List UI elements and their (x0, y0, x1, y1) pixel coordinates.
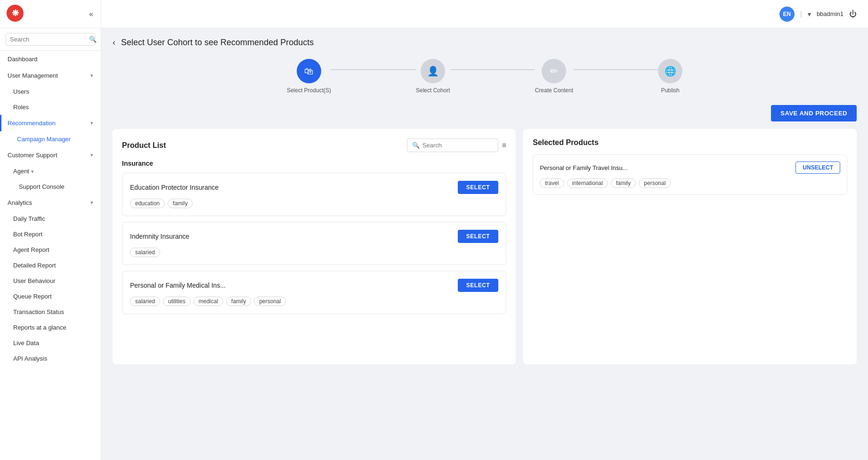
search-icon: 🔍 (412, 142, 420, 149)
sidebar-item-analytics[interactable]: Analytics ▾ (0, 194, 101, 211)
language-badge[interactable]: EN (779, 7, 795, 22)
product-card: Indemnity Insurance SELECT salaried (122, 222, 506, 265)
sidebar-item-recommendation[interactable]: Recommendation ▾ (0, 115, 101, 131)
sidebar-item-api-analysis[interactable]: API Analysis (0, 351, 101, 366)
tag: personal (639, 178, 671, 188)
sidebar-item-label: Daily Traffic (13, 215, 45, 222)
sidebar-item-label: User Behaviour (13, 277, 56, 284)
sidebar-item-detailed-report[interactable]: Detailed Report (0, 258, 101, 273)
product-name: Indemnity Insurance (130, 233, 189, 240)
logo: ❋ (6, 4, 24, 24)
product-card: Education Protector Insurance SELECT edu… (122, 173, 506, 216)
sidebar-item-queue-report[interactable]: Queue Report (0, 289, 101, 304)
product-search-input-wrap: 🔍 (407, 138, 498, 152)
sidebar-item-label: Campaign Manager (17, 136, 71, 143)
step-circle-1[interactable]: 🛍 (297, 59, 321, 83)
topbar-dropdown-icon[interactable]: ▾ (808, 10, 811, 18)
step-publish: 🌐 Publish (658, 59, 682, 94)
selected-products-panel: Selected Products Personal or Family Tra… (523, 129, 857, 364)
sidebar-item-agent[interactable]: Agent ▾ (0, 163, 101, 179)
sidebar-item-user-behaviour[interactable]: User Behaviour (0, 273, 101, 289)
step-create-content: ✏ Create Content (535, 59, 573, 94)
product-list-title: Product List (122, 141, 166, 150)
chevron-down-icon: ▾ (90, 73, 93, 79)
sidebar-item-roles[interactable]: Roles (0, 99, 101, 115)
step-connector-2 (450, 69, 535, 70)
product-search-bar: 🔍 ≡ (407, 138, 506, 152)
sidebar-search-icon: 🔍 (89, 36, 97, 43)
collapse-sidebar-button[interactable]: « (87, 8, 95, 20)
tag: family (168, 199, 193, 208)
sidebar-item-label: Transaction Status (13, 308, 64, 315)
chevron-down-icon: ▾ (31, 169, 34, 174)
page-header: ‹ Select User Cohort to see Recommended … (113, 38, 857, 48)
shopping-bag-icon: 🛍 (304, 66, 314, 77)
stepper: 🛍 Select Product(S) 👤 Select Cohort ✏ Cr… (113, 59, 857, 94)
select-product-button[interactable]: SELECT (458, 230, 498, 243)
step-circle-3[interactable]: ✏ (542, 59, 566, 83)
step-select-products: 🛍 Select Product(S) (287, 59, 331, 94)
panels-container: Product List 🔍 ≡ Insurance Education Pro… (113, 129, 857, 364)
step-label-2: Select Cohort (416, 87, 450, 94)
product-name: Education Protector Insurance (130, 184, 219, 191)
product-list-panel: Product List 🔍 ≡ Insurance Education Pro… (113, 129, 516, 364)
product-card: Personal or Family Medical Ins... SELECT… (122, 271, 506, 314)
step-circle-2[interactable]: 👤 (421, 59, 445, 83)
svg-text:❋: ❋ (12, 8, 19, 18)
sidebar-item-label: Customer Support (8, 152, 57, 159)
save-row: SAVE AND PROCEED (113, 105, 857, 121)
sidebar-item-label: Bot Report (13, 231, 42, 238)
tag: travel (540, 178, 564, 188)
sidebar-item-label: Detailed Report (13, 262, 56, 269)
tag: education (130, 199, 165, 208)
sidebar-item-label: Users (13, 88, 29, 95)
product-tags: salaried utilities medical family person… (130, 297, 498, 306)
sidebar-item-label: Dashboard (8, 56, 38, 63)
tag: salaried (130, 297, 160, 306)
step-label-4: Publish (661, 87, 679, 94)
sidebar-item-live-data[interactable]: Live Data (0, 335, 101, 351)
sidebar-search-wrap: 🔍 (6, 33, 95, 46)
sidebar-item-daily-traffic[interactable]: Daily Traffic (0, 211, 101, 226)
sidebar-item-bot-report[interactable]: Bot Report (0, 226, 101, 242)
step-label-3: Create Content (535, 87, 573, 94)
sidebar-item-users[interactable]: Users (0, 84, 101, 99)
chevron-down-icon: ▾ (90, 120, 93, 126)
step-select-cohort: 👤 Select Cohort (416, 59, 450, 94)
sidebar-item-transaction-status[interactable]: Transaction Status (0, 304, 101, 320)
sidebar-item-label: Live Data (13, 339, 39, 347)
save-and-proceed-button[interactable]: SAVE AND PROCEED (771, 105, 857, 121)
tag: medical (194, 297, 223, 306)
chevron-down-icon: ▾ (90, 200, 93, 206)
edit-icon: ✏ (550, 65, 558, 77)
selected-product-name: Personal or Family Travel Insu... (540, 164, 627, 171)
sidebar-item-agent-report[interactable]: Agent Report (0, 242, 101, 258)
topbar: EN | ▾ bbadmin1 ⏻ (101, 0, 868, 28)
sidebar-item-campaign-manager[interactable]: Campaign Manager (0, 131, 101, 147)
sidebar-search-input[interactable] (10, 36, 89, 43)
filter-icon[interactable]: ≡ (502, 141, 506, 150)
unselect-button[interactable]: UNSELECT (795, 161, 840, 174)
sidebar-item-label: Agent Report (13, 246, 49, 253)
product-search-input[interactable] (422, 142, 493, 149)
sidebar-item-dashboard[interactable]: Dashboard (0, 51, 101, 67)
select-product-button[interactable]: SELECT (458, 279, 498, 292)
tag: family (226, 297, 251, 306)
sidebar-item-user-management[interactable]: User Management ▾ (0, 67, 101, 84)
topbar-divider: | (800, 10, 802, 18)
product-name: Personal or Family Medical Ins... (130, 282, 226, 289)
step-circle-4[interactable]: 🌐 (658, 59, 682, 83)
sidebar: ❋ « 🔍 Dashboard User Management ▾ Users … (0, 0, 101, 460)
sidebar-item-label: Roles (13, 104, 29, 111)
sidebar-item-support-console[interactable]: Support Console (0, 179, 101, 194)
select-product-button[interactable]: SELECT (458, 181, 498, 194)
sidebar-item-label: Reports at a glance (13, 324, 66, 331)
sidebar-item-reports-at-a-glance[interactable]: Reports at a glance (0, 320, 101, 335)
person-icon: 👤 (427, 65, 439, 77)
selected-products-title: Selected Products (533, 138, 847, 147)
step-connector-1 (331, 69, 416, 70)
power-icon[interactable]: ⏻ (849, 10, 857, 18)
back-button[interactable]: ‹ (113, 38, 115, 48)
sidebar-item-label: Agent (13, 168, 29, 175)
sidebar-item-customer-support[interactable]: Customer Support ▾ (0, 147, 101, 163)
